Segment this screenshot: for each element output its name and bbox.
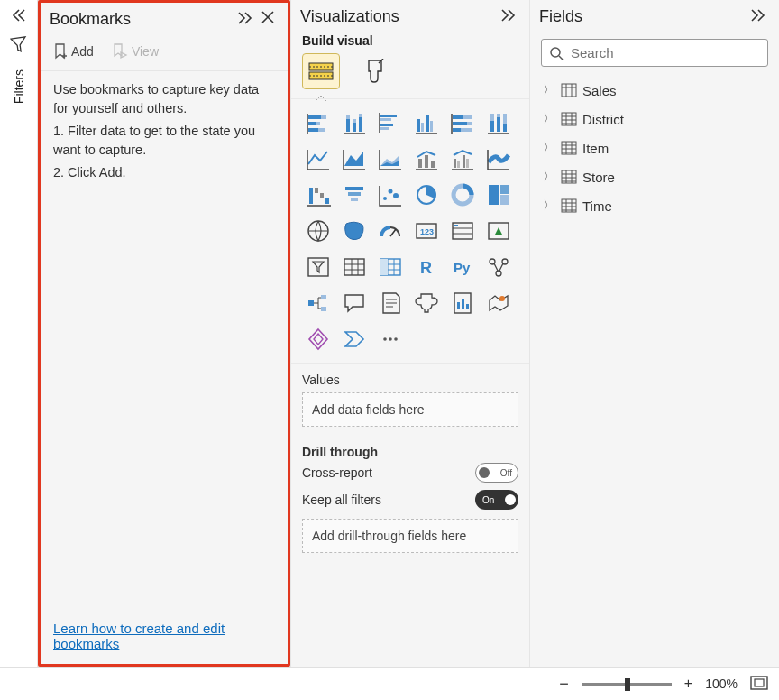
r-visual-icon[interactable]: R — [410, 251, 443, 283]
get-more-visuals-icon[interactable] — [374, 323, 407, 355]
visualizations-title: Visualizations — [300, 7, 497, 26]
svg-rect-87 — [562, 84, 576, 97]
scatter-chart-icon[interactable] — [374, 179, 407, 211]
gauge-icon[interactable] — [374, 215, 407, 247]
svg-rect-53 — [489, 185, 499, 205]
area-chart-icon[interactable] — [338, 143, 371, 175]
values-dropzone[interactable]: Add data fields here — [302, 392, 518, 427]
stacked-area-chart-icon[interactable] — [374, 143, 407, 175]
field-table-sales[interactable]: 〉 Sales — [541, 76, 768, 105]
svg-text:R: R — [420, 259, 432, 277]
multi-row-card-icon[interactable] — [446, 215, 479, 247]
build-visual-tab[interactable] — [302, 53, 340, 89]
field-table-time[interactable]: 〉 Time — [541, 191, 768, 220]
fit-to-page-button[interactable] — [750, 676, 768, 693]
clustered-bar-chart-icon[interactable] — [374, 106, 407, 139]
svg-rect-6 — [308, 128, 318, 132]
line-stacked-column-icon[interactable] — [410, 143, 443, 175]
svg-rect-20 — [426, 115, 429, 132]
card-icon[interactable]: 123 — [410, 215, 443, 247]
svg-rect-33 — [503, 124, 507, 132]
view-button-label: View — [132, 44, 159, 59]
svg-rect-16 — [380, 124, 393, 126]
treemap-icon[interactable] — [482, 179, 515, 211]
add-button-label: Add — [71, 44, 94, 59]
svg-line-57 — [390, 229, 396, 236]
hundred-stacked-column-icon[interactable] — [482, 106, 515, 139]
svg-rect-39 — [463, 155, 465, 168]
bookmarks-learn-link[interactable]: Learn how to create and edit bookmarks — [53, 621, 225, 651]
bookmarks-close-button[interactable] — [257, 10, 279, 29]
arcgis-map-icon[interactable] — [482, 287, 515, 319]
svg-rect-29 — [490, 121, 494, 132]
build-visual-label: Build visual — [291, 33, 529, 53]
svg-rect-8 — [346, 119, 350, 132]
line-clustered-column-icon[interactable] — [446, 143, 479, 175]
field-table-district[interactable]: 〉 District — [541, 105, 768, 134]
matrix-icon[interactable] — [374, 251, 407, 283]
python-visual-icon[interactable]: Py — [446, 251, 479, 283]
smart-narrative-icon[interactable] — [374, 287, 407, 319]
goals-icon[interactable] — [410, 287, 443, 319]
decomposition-tree-icon[interactable] — [302, 287, 335, 319]
format-brush-icon — [363, 59, 387, 84]
drill-through-dropzone[interactable]: Add drill-through fields here — [302, 519, 518, 553]
svg-point-82 — [383, 337, 387, 341]
table-icon — [561, 112, 577, 126]
map-icon[interactable] — [302, 215, 335, 247]
zoom-out-button[interactable]: − — [559, 675, 569, 694]
funnel-chart-icon[interactable] — [338, 179, 371, 211]
bookmarks-collapse-button[interactable] — [234, 10, 257, 29]
svg-rect-65 — [308, 258, 328, 276]
svg-text:Py: Py — [454, 260, 471, 275]
table-icon[interactable] — [338, 251, 371, 283]
svg-point-84 — [394, 337, 398, 341]
svg-rect-18 — [417, 119, 420, 132]
svg-rect-23 — [453, 115, 463, 119]
visualizations-collapse-button[interactable] — [497, 7, 520, 26]
svg-rect-40 — [466, 159, 469, 168]
ribbon-chart-icon[interactable] — [482, 143, 515, 175]
slicer-icon[interactable] — [302, 251, 335, 283]
qa-visual-icon[interactable] — [338, 287, 371, 319]
fields-collapse-button[interactable] — [747, 7, 770, 26]
table-icon — [561, 198, 577, 213]
format-visual-tab[interactable] — [356, 53, 394, 89]
stacked-bar-chart-icon[interactable] — [302, 106, 335, 139]
bookmarks-add-button[interactable]: Add — [46, 40, 101, 63]
key-influencers-icon[interactable] — [482, 251, 515, 283]
stacked-column-chart-icon[interactable] — [338, 106, 371, 139]
fields-list: 〉 Sales 〉 District 〉 Item 〉 Store 〉 — [530, 76, 779, 220]
power-automate-icon[interactable] — [338, 323, 371, 355]
fields-search-box[interactable] — [541, 39, 768, 67]
search-icon — [549, 46, 564, 60]
field-table-item[interactable]: 〉 Item — [541, 134, 768, 162]
clustered-column-chart-icon[interactable] — [410, 106, 443, 139]
cross-report-toggle[interactable]: Off — [475, 463, 518, 483]
svg-rect-13 — [359, 114, 362, 117]
chevron-right-icon: 〉 — [543, 140, 555, 156]
field-table-store[interactable]: 〉 Store — [541, 162, 768, 191]
svg-rect-45 — [345, 187, 363, 190]
filled-map-icon[interactable] — [338, 215, 371, 247]
table-icon — [561, 170, 577, 184]
zoom-slider[interactable] — [582, 683, 672, 686]
svg-rect-68 — [380, 259, 388, 275]
hundred-stacked-bar-icon[interactable] — [446, 106, 479, 139]
chevron-right-icon: 〉 — [543, 198, 555, 214]
waterfall-chart-icon[interactable] — [302, 179, 335, 211]
line-chart-icon[interactable] — [302, 143, 335, 175]
search-input[interactable] — [571, 45, 760, 60]
power-apps-icon[interactable] — [302, 323, 335, 355]
paginated-report-icon[interactable] — [446, 287, 479, 319]
svg-rect-43 — [320, 193, 324, 198]
keep-filters-toggle[interactable]: On — [475, 490, 518, 510]
filter-icon[interactable] — [10, 35, 28, 57]
svg-rect-5 — [316, 122, 320, 125]
donut-chart-icon[interactable] — [446, 179, 479, 211]
filters-expand-icon[interactable] — [8, 7, 30, 26]
zoom-in-button[interactable]: + — [684, 676, 692, 692]
svg-rect-21 — [430, 121, 433, 132]
kpi-icon[interactable] — [482, 215, 515, 247]
pie-chart-icon[interactable] — [410, 179, 443, 211]
